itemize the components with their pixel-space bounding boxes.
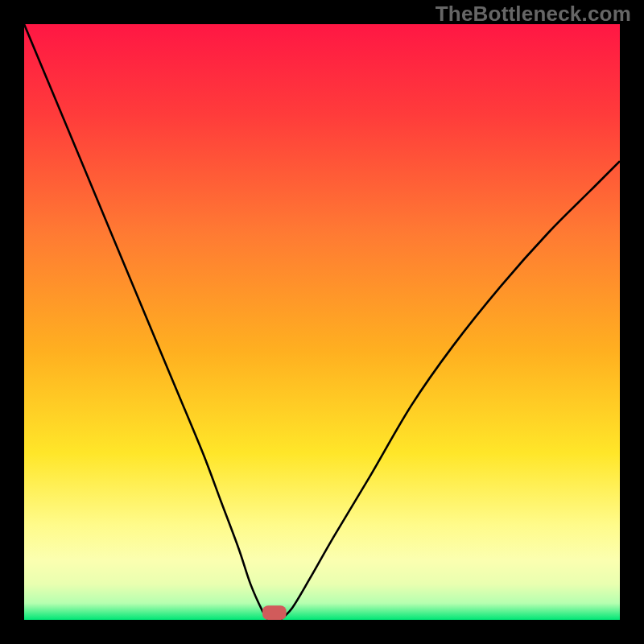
bottom-marker [262, 605, 287, 620]
chart-frame: TheBottleneck.com [0, 0, 644, 644]
gradient-background [24, 24, 620, 620]
watermark-text: TheBottleneck.com [436, 2, 631, 27]
chart-svg [24, 24, 620, 620]
plot-area [24, 24, 620, 620]
